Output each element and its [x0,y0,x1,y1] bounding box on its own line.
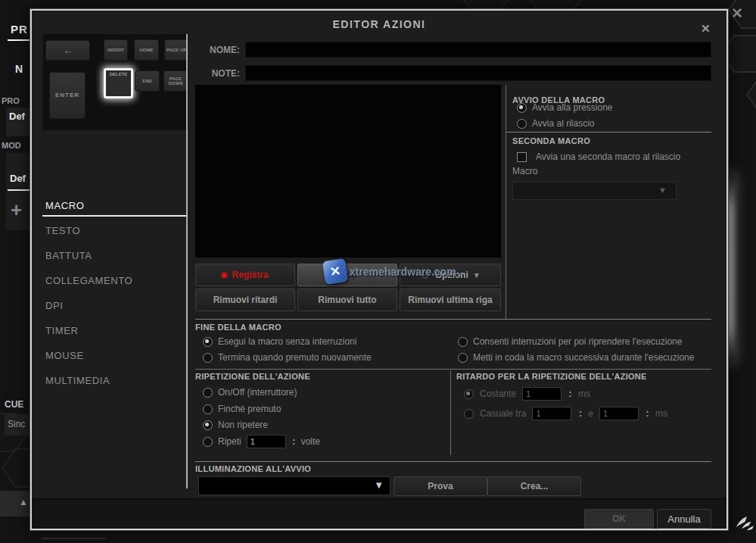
seconda-macro-checkbox-row[interactable]: Avvia una seconda macro al rilascio [517,150,680,164]
background-mode-label: MOD [2,141,21,150]
rimuovi-ritardi-button[interactable]: Rimuovi ritardi [195,289,295,311]
menu-item-collegamento[interactable]: COLLEGAMENTO [45,275,185,292]
background-sidebar-item: N [15,63,23,75]
chevron-down-icon: ▼ [473,271,481,279]
ripetizione-option-label: Non ripetere [218,420,268,430]
options-column-divider [506,85,506,320]
avvio-option-label: Avvia alla pressione [532,102,613,113]
fine-option-label: Esegui la macro senza interruzioni [218,336,356,347]
avvio-option-rilascio[interactable]: Avvia al rilascio [517,117,594,130]
checkbox-icon[interactable] [517,152,527,162]
crea-button[interactable]: Crea... [487,476,581,496]
nome-input[interactable] [245,42,711,58]
illuminazione-header: ILLUMINAZIONE ALL'AVVIO [195,464,311,473]
spinner-arrows[interactable]: ▲▼ [578,410,582,418]
key-page-down: PAGE DOWN [163,70,188,92]
fine-option-4[interactable]: Metti in coda la macro successiva durant… [458,351,694,364]
radio-icon[interactable] [203,353,213,363]
menu-item-testo[interactable]: TESTO [45,225,185,242]
ripetizione-option-ripeti[interactable]: Ripeti 1 ▲▼ volte [203,435,320,448]
spinner-arrows[interactable]: ▲▼ [568,390,572,398]
rimuovi-ultima-riga-button[interactable]: Rimuovi ultima riga [400,289,501,311]
scrollbar-glow[interactable] [727,176,733,360]
background-profile-label: PRO [2,96,20,105]
key-page-up: PAGE UP [164,39,188,61]
note-input[interactable] [245,65,711,81]
illuminazione-dropdown[interactable]: ▼ [198,476,390,495]
annulla-button[interactable]: Annulla [657,509,711,529]
costante-ms-input[interactable]: 1 [522,387,562,401]
crea-label: Crea... [521,481,549,492]
key-enter: ENTER [49,72,86,119]
avvio-option-pressione[interactable]: Avvia alla pressione [517,101,613,114]
background-tab-profili[interactable]: PR [11,23,28,36]
menu-item-multimedia[interactable]: MULTIMEDIA [45,375,185,392]
radio-selected-icon[interactable] [464,389,474,399]
ripeti-count-input[interactable]: 1 [247,435,286,448]
radio-icon[interactable] [458,337,468,347]
radio-icon[interactable] [203,388,213,398]
ripetizione-option-finche[interactable]: Finchè premuto [203,402,281,416]
radio-icon[interactable] [517,119,527,129]
menu-item-macro[interactable]: MACRO [45,200,185,217]
registra-button[interactable]: Registra [195,264,295,286]
menu-item-dpi[interactable]: DPI [45,300,185,317]
watermark-text: xtremehardware.com [350,266,456,278]
fine-option-3[interactable]: Consenti interruzioni per poi riprendere… [458,335,682,348]
menu-item-battuta[interactable]: BATTUTA [45,250,185,267]
radio-selected-icon[interactable] [203,420,213,430]
expand-arrow-button[interactable]: ▲ [19,497,28,507]
macro-action-list[interactable] [195,85,501,257]
ok-button[interactable]: OK [584,509,654,529]
mode-underline [8,189,30,191]
ritardo-header: RITARDO PER LA RIPETIZIONE DELL'AZIONE [456,372,647,381]
cue-application-window: PR N PRO Def MOD Def + CUE Sinc ▲ ✕ EDIT… [0,0,756,543]
macro-select-dropdown[interactable]: ▼ [512,182,677,200]
menu-item-timer[interactable]: TIMER [45,325,185,342]
key-backspace: ← [45,40,90,61]
ripetizione-option-onoff[interactable]: On/Off (interruttore) [203,385,297,399]
fine-option-1[interactable]: Esegui la macro senza interruzioni [203,335,356,348]
nome-label: NOME: [202,45,240,55]
ripetizione-option-non-ripetere[interactable]: Non ripetere [203,418,268,432]
radio-icon[interactable] [203,437,213,447]
spinner-arrows[interactable]: ▲▼ [292,438,296,446]
rimuovi-ritardi-label: Rimuovi ritardi [213,295,278,305]
window-close-icon[interactable]: ✕ [731,8,743,19]
spinner-arrows[interactable]: ▲▼ [646,410,649,418]
ripetizione-option-label: On/Off (interruttore) [218,387,297,398]
radio-icon[interactable] [203,404,213,414]
menu-selected-underline [42,215,186,217]
editor-azioni-dialog: EDITOR AZIONI ✕ ← ENTER INSERT HOME PAGE… [30,9,728,530]
section-divider [506,132,711,133]
fine-option-2[interactable]: Termina quando premuto nuovamente [203,351,372,364]
menu-item-mouse[interactable]: MOUSE [45,350,185,367]
costante-label: Costante [480,389,516,399]
background-sync-button[interactable]: Sinc [8,419,25,429]
add-profile-button[interactable]: + [11,198,22,222]
ripeti-label: Ripeti [218,436,241,447]
rimuovi-tutto-button[interactable]: Rimuovi tutto [297,289,397,311]
annulla-label: Annulla [667,513,700,525]
ritardo-option-casuale[interactable]: Casuale tra 1 ▲▼ e 1 ▲▼ ms [464,407,667,420]
radio-icon[interactable] [464,409,474,419]
hexagon-decoration [454,0,518,9]
key-home: HOME [134,39,159,61]
radio-icon[interactable] [458,353,468,363]
window-edge-line [42,538,106,539]
seconda-macro-checkbox-label: Avvia una seconda macro al rilascio [536,151,680,162]
key-delete-highlighted[interactable]: DELETE [104,68,133,98]
radio-selected-icon[interactable] [517,103,527,113]
background-profile-value[interactable]: Def [9,111,25,122]
ritardo-option-costante[interactable]: Costante 1 ▲▼ ms [464,387,590,401]
dialog-close-icon[interactable]: ✕ [701,23,711,34]
casuale-max-input[interactable]: 1 [599,407,639,420]
background-mode-value[interactable]: Def [10,173,26,184]
prova-button[interactable]: Prova [394,476,487,496]
casuale-min-input[interactable]: 1 [532,407,571,420]
radio-selected-icon[interactable] [203,337,213,347]
background-cue-label: CUE [5,399,23,410]
ripetizione-option-label: Finchè premuto [218,404,281,414]
chevron-down-icon: ▼ [658,186,667,195]
section-divider [195,369,711,370]
